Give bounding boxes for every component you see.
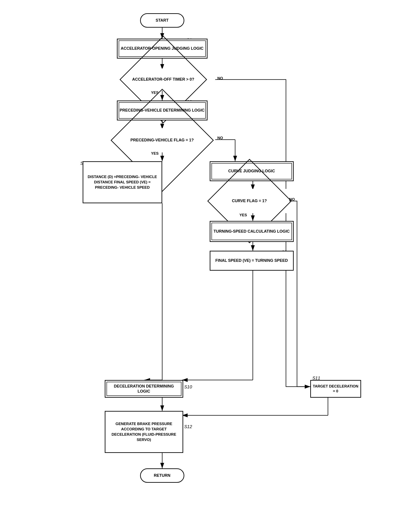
s12-label: GENERATE BRAKE PRESSURE ACCORDING TO TAR… bbox=[105, 419, 183, 444]
s5-node: DISTANCE (D) =PRECEDING- VEHICLE DISTANC… bbox=[83, 161, 162, 203]
s6-label: CURVE JUDGING LOGIC bbox=[227, 167, 277, 175]
s7-label: CURVE FLAG = 1? bbox=[232, 198, 267, 204]
s3-label: PRECEDING-VEHICLE DETERMINING LOGIC bbox=[118, 106, 206, 115]
s4-node: PRECEDING-VEHICLE FLAG = 1? bbox=[109, 128, 215, 153]
s8-node: TURNING-SPEED CALCULATING LOGIC bbox=[210, 221, 294, 242]
s2-label: ACCELERATOR-OFF TIMER > 0? bbox=[132, 77, 194, 82]
s9-label: FINAL SPEED (VE) = TURNING SPEED bbox=[213, 256, 290, 265]
s4-yes-label: YES bbox=[151, 151, 159, 156]
s11-node: TARGET DECELERATION = 0 bbox=[310, 380, 361, 398]
s7-no-label: NO bbox=[289, 197, 295, 202]
s10-label: DECELERATION DETERMINING LOGIC bbox=[105, 382, 183, 396]
s10-node: DECELERATION DETERMINING LOGIC bbox=[105, 380, 183, 398]
s7-node: CURVE FLAG = 1? bbox=[210, 189, 289, 213]
s7-yes-label: YES bbox=[240, 213, 247, 217]
return-label: RETURN bbox=[154, 473, 170, 478]
step-s12-label: S12 bbox=[184, 424, 192, 429]
s12-node: GENERATE BRAKE PRESSURE ACCORDING TO TAR… bbox=[105, 411, 183, 453]
s11-label: TARGET DECELERATION = 0 bbox=[311, 382, 360, 396]
s2-node: ACCELERATOR-OFF TIMER > 0? bbox=[119, 69, 208, 91]
return-node: RETURN bbox=[140, 468, 184, 483]
s9-node: FINAL SPEED (VE) = TURNING SPEED bbox=[210, 251, 294, 271]
s2-no-label: NO bbox=[218, 76, 223, 81]
s1-label: ACCELERATOR-OPENING JUDGING LOGIC bbox=[119, 44, 205, 53]
s5-label: DISTANCE (D) =PRECEDING- VEHICLE DISTANC… bbox=[83, 172, 162, 192]
s8-label: TURNING-SPEED CALCULATING LOGIC bbox=[212, 227, 292, 236]
s4-label: PRECEDING-VEHICLE FLAG = 1? bbox=[130, 138, 194, 143]
s4-no-label: NO bbox=[218, 136, 223, 140]
start-node: START bbox=[140, 13, 184, 28]
step-s10-label: S10 bbox=[184, 384, 192, 389]
start-label: START bbox=[156, 18, 169, 23]
